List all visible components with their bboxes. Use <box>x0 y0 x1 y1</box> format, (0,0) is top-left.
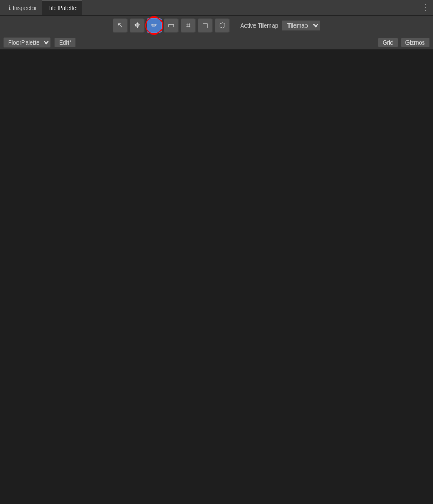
tab-tile-palette[interactable]: Tile Palette <box>42 0 82 15</box>
gizmos-button[interactable]: Gizmos <box>401 38 430 47</box>
tool-buttons: ↖✥✏▭⌗◻⬡ <box>113 18 230 33</box>
tool-btn-brush[interactable]: ✏ <box>147 18 162 33</box>
edit-button[interactable]: Edit* <box>54 38 76 47</box>
active-tilemap-row: Active Tilemap Tilemap <box>240 20 320 31</box>
palette-select[interactable]: FloorPalette <box>3 37 51 48</box>
tool-btn-select[interactable]: ↖ <box>113 18 128 33</box>
tool-btn-picker[interactable]: ⌗ <box>181 18 196 33</box>
tool-btn-move[interactable]: ✥ <box>130 18 145 33</box>
active-tilemap-label: Active Tilemap <box>240 22 278 29</box>
inspector-tab-label: Inspector <box>13 5 37 11</box>
tool-btn-rect[interactable]: ▭ <box>164 18 179 33</box>
inspector-icon: ℹ <box>9 5 11 11</box>
grid-button[interactable]: Grid <box>378 38 398 47</box>
tab-inspector[interactable]: ℹ Inspector <box>3 0 42 15</box>
tilemap-select[interactable]: Tilemap <box>282 20 320 31</box>
toolbar: ↖✥✏▭⌗◻⬡ Active Tilemap Tilemap <box>0 16 433 35</box>
tool-btn-fill[interactable]: ⬡ <box>215 18 230 33</box>
tab-bar: ℹ Inspector Tile Palette ⋮ <box>0 0 433 16</box>
tile-palette-tab-label: Tile Palette <box>47 5 77 11</box>
palette-header: FloorPalette Edit* Grid Gizmos <box>0 35 433 50</box>
tab-bar-menu-icon[interactable]: ⋮ <box>421 3 430 13</box>
tool-btn-eraser[interactable]: ◻ <box>198 18 213 33</box>
palette-header-right: Grid Gizmos <box>378 38 430 47</box>
